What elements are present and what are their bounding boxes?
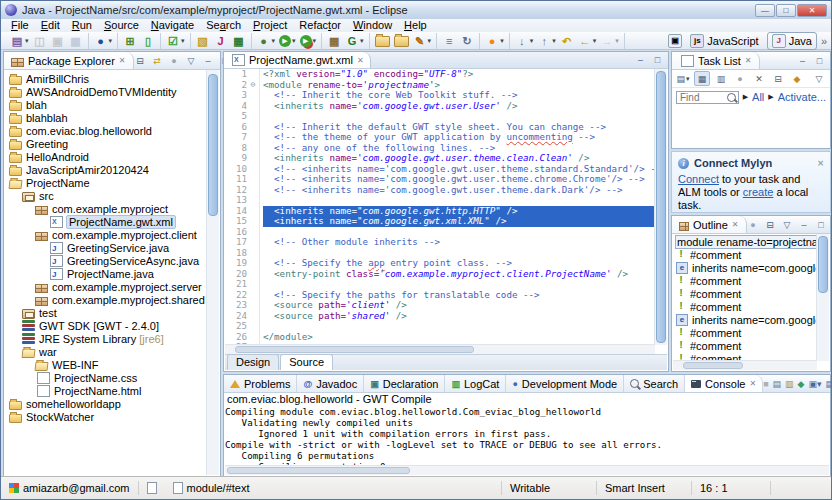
pin-console-icon[interactable]: ◆ xyxy=(798,379,805,389)
tree-item[interactable]: com.eviac.blog.helloworld xyxy=(5,124,207,137)
tree-item[interactable]: Greeting xyxy=(5,137,207,150)
open-task-dropdown-icon[interactable]: ▾ xyxy=(109,37,113,45)
collapse-all-icon[interactable]: ⊟ xyxy=(764,220,777,230)
menu-navigate[interactable]: Navigate xyxy=(145,19,200,32)
tree-item[interactable]: StockWatcher xyxy=(5,410,207,423)
close-icon[interactable]: ✕ xyxy=(732,220,739,229)
tree-item[interactable]: blah xyxy=(5,98,207,111)
maximize-view-icon[interactable]: □ xyxy=(651,55,664,65)
close-icon[interactable]: ✕ xyxy=(745,56,752,65)
tree-item[interactable]: ProjectName.gwt.xml xyxy=(5,215,207,228)
console-tab-logcat[interactable]: ▥LogCat xyxy=(445,375,506,392)
tree-item[interactable]: com.example.myproject.server xyxy=(5,280,207,293)
debug-button[interactable]: ●▾ xyxy=(255,33,278,49)
menu-source[interactable]: Source xyxy=(98,19,145,32)
run-gwt-module-dropdown-icon[interactable]: ▾ xyxy=(500,37,504,45)
back-button[interactable]: ←▾ xyxy=(576,33,599,49)
tree-item[interactable]: JRE System Library [jre6] xyxy=(5,332,207,345)
console-tab-search[interactable]: Search xyxy=(624,375,685,392)
tree-item[interactable]: AmirBillChris xyxy=(5,72,207,85)
menu-project[interactable]: Project xyxy=(247,19,293,32)
next-annotation-button[interactable]: ↓▾ xyxy=(513,33,536,49)
run-external-tools-dropdown-icon[interactable]: ▾ xyxy=(313,37,317,45)
close-icon[interactable]: ✕ xyxy=(749,379,756,388)
xml-source-editor[interactable]: 1<?xml version="1.0" encoding="UTF-8"?>2… xyxy=(225,69,655,345)
open-perspective-icon[interactable]: ▣ xyxy=(668,34,682,48)
terminate-icon[interactable]: ■ xyxy=(763,379,768,389)
editor-tab[interactable]: ProjectName.gwt.xml ✕ xyxy=(224,52,371,68)
link-with-editor-icon[interactable]: ⇄ xyxy=(151,56,164,66)
tab-source[interactable]: Source xyxy=(280,354,333,370)
run-gwt-module-button[interactable]: ●▾ xyxy=(483,33,506,49)
outline-item[interactable]: !#comment xyxy=(673,300,817,313)
next-annotation-dropdown-icon[interactable]: ▾ xyxy=(530,37,534,45)
close-icon[interactable]: ✕ xyxy=(119,56,126,65)
back-dropdown-icon[interactable]: ▾ xyxy=(593,37,597,45)
open-folder-button[interactable] xyxy=(373,33,392,49)
maximize-button[interactable]: □ xyxy=(776,4,796,17)
editor-vertical-scrollbar[interactable] xyxy=(654,69,667,345)
tree-item[interactable]: ProjectName.java xyxy=(5,267,207,280)
previous-annotation-dropdown-icon[interactable]: ▾ xyxy=(552,37,556,45)
previous-annotation-button[interactable]: ↑▾ xyxy=(535,33,558,49)
outline-item[interactable]: !#comment xyxy=(673,339,817,352)
perspective-java[interactable]: JJava xyxy=(767,32,817,50)
view-menu-icon[interactable]: ▽ xyxy=(811,71,827,86)
task-list-tab[interactable]: Task List ✕ xyxy=(672,52,760,69)
tree-item[interactable]: src xyxy=(5,189,207,202)
outline-tab[interactable]: Outline ✕ xyxy=(672,216,747,233)
new-web-application-button[interactable]: ▧ xyxy=(194,33,212,49)
tree-item[interactable]: com.example.myproject.client xyxy=(5,228,207,241)
tree-item[interactable]: WEB-INF xyxy=(5,358,207,371)
minimize-view-icon[interactable]: ‒ xyxy=(202,56,215,66)
package-explorer-tab[interactable]: Package Explorer ✕ xyxy=(4,52,134,69)
focus-active-task-icon[interactable]: ● xyxy=(168,56,181,66)
outline-horizontal-scrollbar[interactable] xyxy=(673,360,817,370)
console-tab-problems[interactable]: Problems xyxy=(224,375,297,392)
package-explorer-scrollbar[interactable] xyxy=(206,70,219,475)
tree-item[interactable]: somehelloworldapp xyxy=(5,397,207,410)
run-dropdown-icon[interactable]: ▾ xyxy=(292,37,296,45)
new-junit-test-button[interactable]: J xyxy=(212,33,230,49)
close-icon[interactable]: ✕ xyxy=(817,159,824,168)
minimize-view-icon[interactable]: ‒ xyxy=(796,56,809,66)
menu-refactor[interactable]: Refactor xyxy=(293,19,347,32)
last-edit-location-button[interactable]: ↶ xyxy=(558,33,576,49)
collapse-stack-button[interactable]: ≡ xyxy=(440,33,458,49)
tree-item[interactable]: blahblah xyxy=(5,111,207,124)
highlighter-dropdown-icon[interactable]: ▾ xyxy=(428,37,432,45)
tree-item[interactable]: ProjectName xyxy=(5,176,207,189)
verify-check-dropdown-icon[interactable]: ▾ xyxy=(181,37,185,45)
repositories-icon[interactable]: ◆ xyxy=(789,71,805,86)
menu-edit[interactable]: Edit xyxy=(35,19,66,32)
new-wizard-button[interactable]: ▤▾ xyxy=(8,33,31,49)
display-selected-console-icon[interactable]: ▣▾ xyxy=(809,379,822,389)
highlighter-button[interactable]: ✎▾ xyxy=(411,33,434,49)
console-tab-development-mode[interactable]: ●Development Mode xyxy=(506,375,624,392)
open-folder-2-button[interactable] xyxy=(392,33,411,49)
scroll-lock-icon[interactable]: ▥ xyxy=(785,379,794,389)
tab-design[interactable]: Design xyxy=(227,354,279,370)
verify-check-button[interactable]: ☑▾ xyxy=(164,33,187,49)
outline-item[interactable]: !#comment xyxy=(673,326,817,339)
account-cell[interactable]: amiazarb@gmail.com xyxy=(1,481,139,495)
collapse-all-icon[interactable]: ⊟ xyxy=(770,71,786,86)
expand-arrow-icon[interactable]: ▶ xyxy=(743,93,748,101)
clear-console-icon[interactable]: ▤ xyxy=(773,379,782,389)
new-task-icon[interactable]: ▤▾ xyxy=(675,71,691,86)
tree-item[interactable]: GWT SDK [GWT - 2.4.0] xyxy=(5,319,207,332)
focus-active-task-icon[interactable]: ● xyxy=(747,220,760,230)
tree-item[interactable]: HelloAndroid xyxy=(5,150,207,163)
maximize-view-icon[interactable]: □ xyxy=(815,220,828,230)
console-horizontal-scrollbar[interactable] xyxy=(225,465,829,475)
minimize-view-icon[interactable]: ‒ xyxy=(798,220,811,230)
open-console-icon[interactable]: ▤▾ xyxy=(826,379,832,389)
close-button[interactable]: ✕ xyxy=(797,4,827,17)
editor-horizontal-scrollbar[interactable] xyxy=(225,344,655,354)
perspective-overflow-chevron[interactable]: » xyxy=(821,35,827,47)
categorized-view-icon[interactable]: ▦ xyxy=(694,71,710,86)
forward-dropdown-icon[interactable]: ▾ xyxy=(615,37,619,45)
tree-item[interactable]: AWSAndroidDemoTVMIdentity xyxy=(5,85,207,98)
outline-item[interactable]: !#comment xyxy=(673,274,817,287)
perspective-javascript[interactable]: jsJavaScript xyxy=(686,33,762,49)
